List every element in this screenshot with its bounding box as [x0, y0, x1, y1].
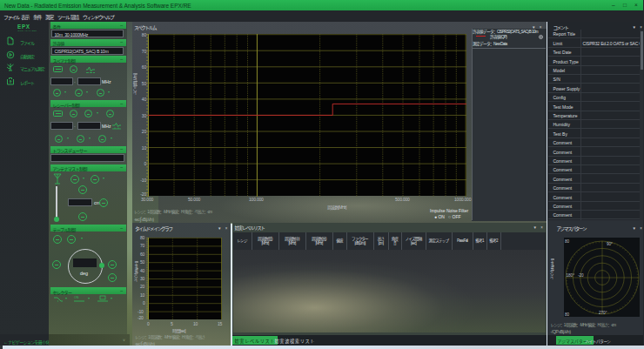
svg-text:90°: 90°	[607, 241, 613, 245]
svg-text:ON: ON	[74, 296, 79, 299]
svg-text:180°: 180°	[567, 272, 575, 277]
svg-text:80: 80	[565, 312, 570, 317]
svg-text:-20: -20	[578, 272, 584, 277]
svg-text:270°: 270°	[599, 310, 607, 314]
svg-text:80: 80	[565, 239, 570, 244]
